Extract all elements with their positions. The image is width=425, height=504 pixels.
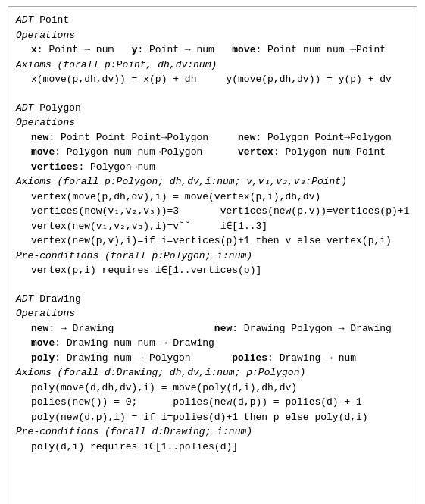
new1-keyword: new [31,132,48,143]
operations-label-drawing: Operations [16,306,409,321]
precond-label-polygon: Pre-conditions (forall p:Polygon; i:num) [16,249,409,264]
precond-label-drawing: Pre-conditions (forall d:Drawing; i:num) [16,424,409,440]
adt-point-header: ADT Point [16,13,409,28]
operations-label-point: Operations [16,28,409,43]
axioms-label-polygon: Axioms (forall p:Polygon; dh,dv,i:num; v… [16,174,409,189]
y-keyword: y [132,44,138,55]
drawing-axiom3: poly(new(d,p),i) = if i=polies(d)+1 then… [16,410,409,425]
section-drawing: ADT Drawing Operations new: → Drawing ne… [16,292,409,455]
move-drawing-keyword: move [31,337,55,349]
axioms-label-drawing: Axioms (forall d:Drawing; dh,dv,i:num; p… [16,365,409,380]
new2-keyword: new [238,132,255,143]
polygon-ops-line3: vertices: Polygon→num [16,160,409,175]
page-container: ADT Point Operations x: Point → num y: P… [8,6,417,504]
drawing-ops-line2: move: Drawing num num → Drawing [16,336,409,351]
polygon-axiom4: vertex(new(p,v),i)=if i=vertices(p)+1 th… [16,233,409,249]
move-keyword: move [232,44,255,55]
adt-keyword-drawing: ADT [16,293,33,305]
polygon-axiom3: vertex(new(v₁,v₂,v₃),i)=vˇˇ i∈[1..3] [16,219,409,234]
drawing-axiom1: poly(move(d,dh,dv),i) = move(poly(d,i),d… [16,380,409,396]
polygon-ops-line2: move: Polygon num num→Polygon vertex: Po… [16,145,409,160]
drawing-ops-line1: new: → Drawing new: Drawing Polygon → Dr… [16,321,409,337]
polygon-precond1: vertex(p,i) requires i∈[1..vertices(p)] [16,263,409,278]
poly-keyword: poly [31,352,55,364]
point-ops-line1: x: Point → num y: Point → num move: Poin… [16,42,409,58]
drawing-precond1: poly(d,i) requires i∈[1..polies(d)] [16,440,409,455]
polygon-ops-line1: new: Point Point Point→Polygon new: Poly… [16,130,409,146]
drawing-ops-line3: poly: Drawing num → Polygon polies: Draw… [16,351,409,366]
axioms-label-point: Axioms (forall p:Point, dh,dv:num) [16,58,409,73]
polies-keyword: polies [232,352,267,364]
new-drawing1-keyword: new [31,323,48,334]
adt-polygon-header: ADT Polygon [16,101,409,116]
section-polygon: ADT Polygon Operations new: Point Point … [16,101,409,278]
x-keyword: x [31,44,37,55]
adt-keyword-polygon: ADT [16,102,33,114]
polygon-axiom1: vertex(move(p,dh,dv),i) = move(vertex(p,… [16,189,409,205]
operations-label-polygon: Operations [16,115,409,130]
vertices-keyword: vertices [31,161,78,173]
vertex-keyword: vertex [238,146,273,158]
point-axiom1: x(move(p,dh,dv)) = x(p) + dh y(move(p,dh… [16,72,409,87]
polygon-axiom2: vertices(new(v₁,v₂,v₃))=3 vertices(new(p… [16,204,409,219]
new-drawing2-keyword: new [214,323,232,334]
adt-keyword: ADT [16,14,33,26]
drawing-axiom2: polies(new()) = 0; polies(new(d,p)) = po… [16,395,409,410]
section-point: ADT Point Operations x: Point → num y: P… [16,13,409,87]
adt-drawing-header: ADT Drawing [16,292,409,307]
move-polygon-keyword: move [31,146,55,158]
